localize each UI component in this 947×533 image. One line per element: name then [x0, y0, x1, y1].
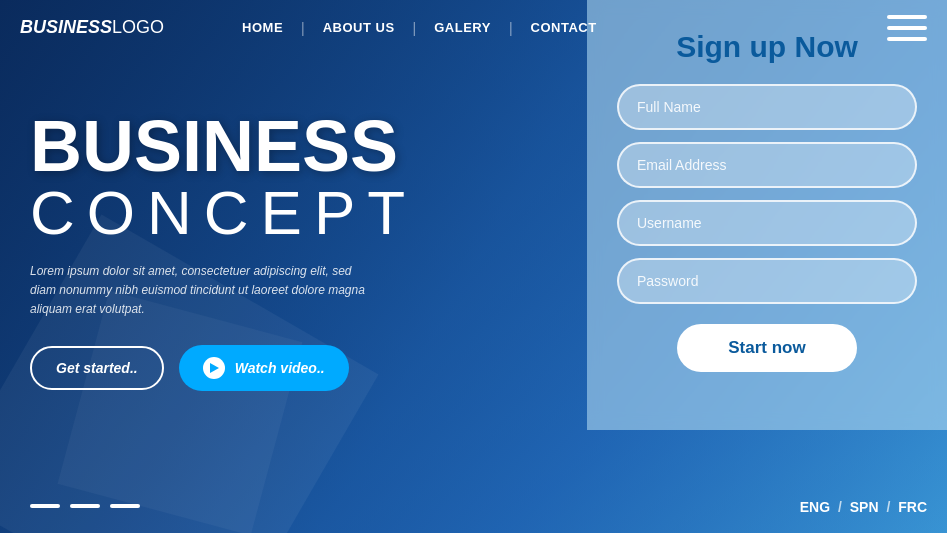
logo-business: BUSINESS — [20, 17, 112, 38]
nav-item-contact[interactable]: CONTACT — [513, 20, 615, 35]
hamburger-line-1 — [887, 15, 927, 19]
get-started-button[interactable]: Get started.. — [30, 346, 164, 390]
email-input[interactable] — [617, 142, 917, 188]
nav-link-contact[interactable]: CONTACT — [513, 20, 615, 35]
logo-text: LOGO — [112, 17, 164, 38]
nav-link-gallery[interactable]: GALERY — [416, 20, 509, 35]
nav-item-gallery[interactable]: GALERY — [416, 20, 509, 35]
fullname-input[interactable] — [617, 84, 917, 130]
language-selector: ENG / SPN / FRC — [800, 499, 927, 515]
left-content: BUSINESS CONCEPT Lorem ipsum dolor sit a… — [30, 110, 417, 391]
lang-eng[interactable]: ENG — [800, 499, 830, 515]
slide-indicators — [30, 504, 140, 508]
hero-description: Lorem ipsum dolor sit amet, consectetuer… — [30, 262, 370, 320]
play-icon — [203, 357, 225, 379]
slide-dot-1[interactable] — [30, 504, 60, 508]
slide-dot-3[interactable] — [110, 504, 140, 508]
navbar: BUSINESS LOGO HOME | ABOUT US | GALERY |… — [0, 0, 947, 55]
username-input[interactable] — [617, 200, 917, 246]
logo: BUSINESS LOGO — [20, 17, 164, 38]
lang-spn[interactable]: SPN — [850, 499, 879, 515]
nav-links: HOME | ABOUT US | GALERY | CONTACT — [224, 20, 615, 36]
nav-link-home[interactable]: HOME — [224, 20, 301, 35]
hamburger-menu[interactable] — [887, 12, 927, 44]
watch-video-label: Watch video.. — [235, 360, 325, 376]
nav-link-about[interactable]: ABOUT US — [305, 20, 413, 35]
hero-title-concept: CONCEPT — [30, 182, 417, 244]
start-now-button[interactable]: Start now — [677, 324, 857, 372]
nav-item-home[interactable]: HOME — [224, 20, 301, 35]
slide-dot-2[interactable] — [70, 504, 100, 508]
watch-video-button[interactable]: Watch video.. — [179, 345, 349, 391]
signup-panel: Sign up Now Start now — [587, 0, 947, 430]
password-input[interactable] — [617, 258, 917, 304]
hamburger-line-2 — [887, 26, 927, 30]
lang-frc[interactable]: FRC — [898, 499, 927, 515]
nav-item-about[interactable]: ABOUT US — [305, 20, 413, 35]
hamburger-line-3 — [887, 37, 927, 41]
hero-title-business: BUSINESS — [30, 110, 417, 182]
hero-buttons: Get started.. Watch video.. — [30, 345, 417, 391]
hero-section: BUSINESS LOGO HOME | ABOUT US | GALERY |… — [0, 0, 947, 533]
